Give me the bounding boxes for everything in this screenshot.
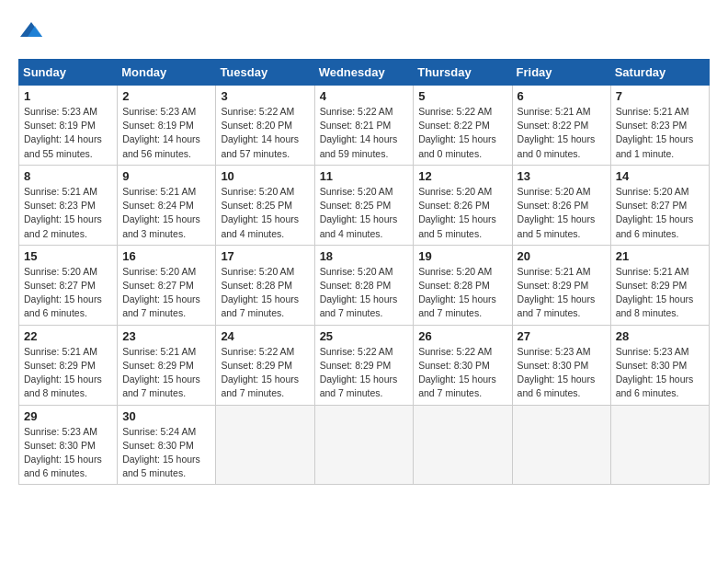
sunrise-label: Sunrise: 5:20 AM	[122, 266, 196, 277]
calendar-day-cell	[414, 405, 512, 485]
day-info: Sunrise: 5:20 AM Sunset: 8:27 PM Dayligh…	[616, 185, 704, 241]
day-info: Sunrise: 5:23 AM Sunset: 8:19 PM Dayligh…	[122, 105, 210, 161]
sunrise-label: Sunrise: 5:21 AM	[616, 106, 689, 117]
day-info: Sunrise: 5:21 AM Sunset: 8:23 PM Dayligh…	[616, 105, 704, 161]
day-number: 9	[122, 169, 210, 183]
sunrise-label: Sunrise: 5:22 AM	[320, 106, 393, 117]
day-info: Sunrise: 5:20 AM Sunset: 8:27 PM Dayligh…	[24, 265, 112, 321]
calendar-day-cell: 21 Sunrise: 5:21 AM Sunset: 8:29 PM Dayl…	[610, 245, 709, 325]
day-number: 7	[616, 89, 704, 103]
calendar-day-cell: 17 Sunrise: 5:20 AM Sunset: 8:28 PM Dayl…	[216, 245, 314, 325]
calendar-day-cell: 9 Sunrise: 5:21 AM Sunset: 8:24 PM Dayli…	[118, 165, 216, 245]
calendar-day-cell: 26 Sunrise: 5:22 AM Sunset: 8:30 PM Dayl…	[414, 325, 512, 405]
calendar-day-cell: 19 Sunrise: 5:20 AM Sunset: 8:28 PM Dayl…	[414, 245, 512, 325]
day-number: 14	[616, 169, 704, 183]
daylight-label: Daylight: 15 hours and 7 minutes.	[418, 373, 496, 398]
daylight-label: Daylight: 15 hours and 4 minutes.	[320, 213, 398, 238]
day-info: Sunrise: 5:22 AM Sunset: 8:30 PM Dayligh…	[418, 345, 506, 401]
day-info: Sunrise: 5:20 AM Sunset: 8:28 PM Dayligh…	[320, 265, 409, 321]
daylight-label: Daylight: 15 hours and 7 minutes.	[320, 293, 398, 318]
calendar-day-cell: 22 Sunrise: 5:21 AM Sunset: 8:29 PM Dayl…	[19, 325, 118, 405]
day-number: 27	[518, 329, 606, 343]
daylight-label: Daylight: 15 hours and 3 minutes.	[122, 213, 200, 238]
calendar-day-cell: 25 Sunrise: 5:22 AM Sunset: 8:29 PM Dayl…	[314, 325, 414, 405]
day-info: Sunrise: 5:20 AM Sunset: 8:28 PM Dayligh…	[221, 265, 309, 321]
daylight-label: Daylight: 15 hours and 7 minutes.	[221, 373, 299, 398]
sunset-label: Sunset: 8:30 PM	[24, 440, 96, 451]
day-number: 6	[518, 89, 606, 103]
day-info: Sunrise: 5:21 AM Sunset: 8:24 PM Dayligh…	[122, 185, 210, 241]
sunset-label: Sunset: 8:29 PM	[24, 360, 96, 371]
day-number: 15	[24, 249, 112, 263]
daylight-label: Daylight: 15 hours and 0 minutes.	[418, 133, 496, 158]
sunset-label: Sunset: 8:27 PM	[616, 200, 688, 211]
sunset-label: Sunset: 8:30 PM	[518, 360, 589, 371]
day-info: Sunrise: 5:23 AM Sunset: 8:30 PM Dayligh…	[518, 345, 606, 401]
logo-icon	[18, 18, 44, 44]
weekday-header: Saturday	[610, 60, 709, 86]
calendar-table: SundayMondayTuesdayWednesdayThursdayFrid…	[18, 59, 710, 485]
calendar-day-cell: 23 Sunrise: 5:21 AM Sunset: 8:29 PM Dayl…	[118, 325, 216, 405]
weekday-header: Friday	[512, 60, 610, 86]
calendar-day-cell: 20 Sunrise: 5:21 AM Sunset: 8:29 PM Dayl…	[512, 245, 610, 325]
sunset-label: Sunset: 8:29 PM	[616, 280, 688, 291]
day-number: 13	[518, 169, 606, 183]
day-number: 4	[320, 89, 409, 103]
day-info: Sunrise: 5:20 AM Sunset: 8:25 PM Dayligh…	[320, 185, 409, 241]
sunset-label: Sunset: 8:27 PM	[24, 280, 96, 291]
sunrise-label: Sunrise: 5:22 AM	[221, 346, 294, 357]
calendar-week-row: 8 Sunrise: 5:21 AM Sunset: 8:23 PM Dayli…	[19, 165, 710, 245]
daylight-label: Daylight: 15 hours and 7 minutes.	[221, 293, 299, 318]
day-info: Sunrise: 5:23 AM Sunset: 8:30 PM Dayligh…	[616, 345, 704, 401]
calendar-day-cell: 16 Sunrise: 5:20 AM Sunset: 8:27 PM Dayl…	[118, 245, 216, 325]
sunset-label: Sunset: 8:29 PM	[221, 360, 292, 371]
day-number: 22	[24, 329, 112, 343]
day-info: Sunrise: 5:23 AM Sunset: 8:30 PM Dayligh…	[24, 425, 112, 481]
calendar-day-cell: 29 Sunrise: 5:23 AM Sunset: 8:30 PM Dayl…	[19, 405, 118, 485]
calendar-day-cell: 24 Sunrise: 5:22 AM Sunset: 8:29 PM Dayl…	[216, 325, 314, 405]
daylight-label: Daylight: 15 hours and 6 minutes.	[616, 373, 694, 398]
day-info: Sunrise: 5:20 AM Sunset: 8:26 PM Dayligh…	[518, 185, 606, 241]
sunrise-label: Sunrise: 5:21 AM	[518, 266, 591, 277]
day-info: Sunrise: 5:22 AM Sunset: 8:21 PM Dayligh…	[320, 105, 409, 161]
daylight-label: Daylight: 15 hours and 2 minutes.	[24, 213, 102, 238]
daylight-label: Daylight: 14 hours and 55 minutes.	[24, 133, 102, 158]
sunset-label: Sunset: 8:30 PM	[122, 440, 194, 451]
sunrise-label: Sunrise: 5:21 AM	[24, 346, 97, 357]
sunrise-label: Sunrise: 5:20 AM	[24, 266, 97, 277]
sunset-label: Sunset: 8:19 PM	[122, 120, 194, 131]
calendar-day-cell: 4 Sunrise: 5:22 AM Sunset: 8:21 PM Dayli…	[314, 86, 414, 166]
day-info: Sunrise: 5:21 AM Sunset: 8:23 PM Dayligh…	[24, 185, 112, 241]
day-number: 21	[616, 249, 704, 263]
sunset-label: Sunset: 8:25 PM	[221, 200, 292, 211]
calendar-day-cell: 15 Sunrise: 5:20 AM Sunset: 8:27 PM Dayl…	[19, 245, 118, 325]
sunset-label: Sunset: 8:21 PM	[320, 120, 392, 131]
daylight-label: Daylight: 15 hours and 7 minutes.	[122, 373, 200, 398]
sunset-label: Sunset: 8:19 PM	[24, 120, 96, 131]
calendar-day-cell	[216, 405, 314, 485]
calendar-week-row: 22 Sunrise: 5:21 AM Sunset: 8:29 PM Dayl…	[19, 325, 710, 405]
weekday-header: Tuesday	[216, 60, 314, 86]
sunrise-label: Sunrise: 5:21 AM	[122, 346, 196, 357]
calendar-day-cell: 10 Sunrise: 5:20 AM Sunset: 8:25 PM Dayl…	[216, 165, 314, 245]
sunrise-label: Sunrise: 5:21 AM	[518, 106, 591, 117]
sunset-label: Sunset: 8:23 PM	[24, 200, 96, 211]
day-info: Sunrise: 5:20 AM Sunset: 8:28 PM Dayligh…	[418, 265, 506, 321]
sunrise-label: Sunrise: 5:23 AM	[616, 346, 689, 357]
sunrise-label: Sunrise: 5:23 AM	[518, 346, 591, 357]
sunset-label: Sunset: 8:30 PM	[418, 360, 490, 371]
sunset-label: Sunset: 8:27 PM	[122, 280, 194, 291]
calendar-day-cell: 7 Sunrise: 5:21 AM Sunset: 8:23 PM Dayli…	[610, 86, 709, 166]
sunrise-label: Sunrise: 5:20 AM	[616, 186, 689, 197]
day-info: Sunrise: 5:20 AM Sunset: 8:25 PM Dayligh…	[221, 185, 309, 241]
day-number: 18	[320, 249, 409, 263]
day-number: 8	[24, 169, 112, 183]
sunset-label: Sunset: 8:26 PM	[418, 200, 490, 211]
day-number: 26	[418, 329, 506, 343]
daylight-label: Daylight: 15 hours and 6 minutes.	[616, 213, 694, 238]
daylight-label: Daylight: 14 hours and 57 minutes.	[221, 133, 299, 158]
day-info: Sunrise: 5:22 AM Sunset: 8:29 PM Dayligh…	[320, 345, 409, 401]
sunset-label: Sunset: 8:26 PM	[518, 200, 589, 211]
day-info: Sunrise: 5:24 AM Sunset: 8:30 PM Dayligh…	[122, 425, 210, 481]
sunset-label: Sunset: 8:28 PM	[221, 280, 292, 291]
